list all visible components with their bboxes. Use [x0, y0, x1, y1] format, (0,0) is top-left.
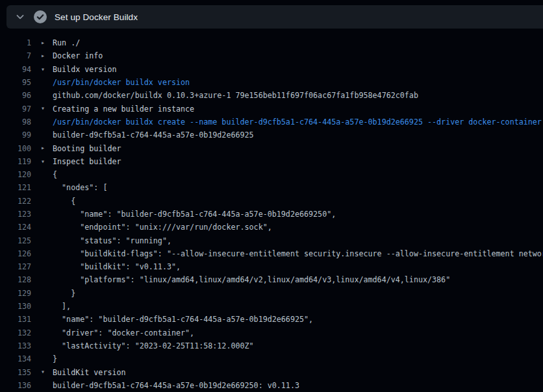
log-group-line[interactable]: 119 ▾ Inspect builder	[0, 155, 543, 168]
triangle-down-icon[interactable]: ▾	[41, 155, 53, 168]
line-number[interactable]: 124	[0, 223, 31, 232]
log-text: "buildkit": "v0.11.3",	[53, 262, 181, 271]
triangle-down-icon[interactable]: ▾	[41, 63, 53, 76]
line-number[interactable]: 134	[0, 354, 31, 363]
log-text: "nodes": [	[53, 183, 107, 192]
log-text: /usr/bin/docker buildx create --name bui…	[53, 117, 542, 127]
log-text: Docker info	[53, 51, 103, 60]
log-text: "driver": "docker-container",	[53, 328, 194, 337]
log-group-line[interactable]: 135 ▾ BuildKit version	[0, 365, 543, 378]
log-text: Creating a new builder instance	[53, 104, 194, 114]
line-number[interactable]: 125	[0, 236, 31, 245]
line-number[interactable]: 7	[0, 51, 31, 60]
triangle-right-icon[interactable]: ▸	[41, 141, 53, 154]
line-number[interactable]: 135	[0, 368, 31, 377]
log-text: Run ./	[53, 38, 80, 47]
log-line: 122 {	[0, 195, 543, 208]
log-line: 95 /usr/bin/docker buildx version	[0, 76, 543, 89]
log-line: 99 builder-d9cfb5a1-c764-445a-a57e-0b19d…	[0, 129, 543, 141]
log-line: 123 "name": "builder-d9cfb5a1-c764-445a-…	[0, 208, 543, 221]
log-viewer: 1 ▸ Run ./ 7 ▸ Docker info 94 ▾ Buildx v…	[0, 36, 543, 392]
log-text: {	[53, 197, 75, 206]
line-number[interactable]: 136	[0, 381, 31, 390]
log-line: 132 "driver": "docker-container",	[0, 326, 543, 339]
log-text: builder-d9cfb5a1-c764-445a-a57e-0b19d2e6…	[53, 381, 299, 390]
log-text: }	[53, 289, 75, 298]
log-line: 136 builder-d9cfb5a1-c764-445a-a57e-0b19…	[0, 379, 543, 392]
line-number[interactable]: 127	[0, 262, 31, 271]
triangle-right-icon[interactable]: ▸	[41, 49, 53, 62]
line-number[interactable]: 119	[0, 157, 31, 166]
log-text: }	[53, 354, 57, 363]
log-line: 121 "nodes": [	[0, 181, 543, 194]
log-text: github.com/docker/buildx 0.10.3+azure-1 …	[53, 91, 418, 100]
chevron-down-icon[interactable]	[15, 12, 25, 22]
triangle-down-icon[interactable]: ▾	[41, 365, 53, 378]
log-line: 134 }	[0, 352, 543, 365]
log-group-line[interactable]: 97 ▾ Creating a new builder instance	[0, 102, 543, 115]
line-number[interactable]: 98	[0, 117, 31, 127]
log-group-line[interactable]: 7 ▸ Docker info	[0, 49, 543, 62]
line-number[interactable]: 100	[0, 144, 31, 153]
line-number[interactable]: 128	[0, 275, 31, 284]
triangle-right-icon[interactable]: ▸	[41, 36, 53, 49]
line-number[interactable]: 95	[0, 78, 31, 87]
line-number[interactable]: 97	[0, 104, 31, 114]
log-line: 126 "buildkitd-flags": "--allow-insecure…	[0, 247, 543, 260]
line-number[interactable]: 131	[0, 315, 31, 324]
log-group-line[interactable]: 100 ▸ Booting builder	[0, 141, 543, 154]
line-number[interactable]: 121	[0, 183, 31, 192]
log-line: 125 "status": "running",	[0, 234, 543, 247]
log-text: "endpoint": "unix:///var/run/docker.sock…	[53, 223, 272, 232]
line-number[interactable]: 133	[0, 341, 31, 350]
line-number[interactable]: 123	[0, 210, 31, 219]
log-group-line[interactable]: 94 ▾ Buildx version	[0, 63, 543, 76]
log-text: Buildx version	[53, 65, 117, 74]
log-text: {	[53, 170, 57, 179]
log-text: "buildkitd-flags": "--allow-insecure-ent…	[53, 249, 543, 258]
log-text: ],	[53, 302, 71, 311]
line-number[interactable]: 1	[0, 38, 31, 47]
log-line: 120 {	[0, 168, 543, 181]
log-line: 130 ],	[0, 300, 543, 313]
line-number[interactable]: 120	[0, 170, 31, 179]
log-group-line[interactable]: 1 ▸ Run ./	[0, 36, 543, 49]
line-number[interactable]: 132	[0, 328, 31, 337]
line-number[interactable]: 130	[0, 302, 31, 311]
step-header[interactable]: Set up Docker Buildx	[6, 5, 543, 29]
log-text: "lastActivity": "2023-02-25T11:58:12.000…	[53, 341, 254, 350]
log-line: 128 "platforms": "linux/amd64,linux/amd6…	[0, 273, 543, 286]
log-line: 96 github.com/docker/buildx 0.10.3+azure…	[0, 89, 543, 102]
log-text: "name": "builder-d9cfb5a1-c764-445a-a57e…	[53, 315, 313, 324]
triangle-down-icon[interactable]: ▾	[41, 102, 53, 115]
line-number[interactable]: 94	[0, 65, 31, 74]
log-text: builder-d9cfb5a1-c764-445a-a57e-0b19d2e6…	[53, 130, 254, 140]
log-text: "status": "running",	[53, 236, 171, 245]
line-number[interactable]: 122	[0, 197, 31, 206]
log-line: 124 "endpoint": "unix:///var/run/docker.…	[0, 221, 543, 234]
log-text: Inspect builder	[53, 157, 121, 166]
log-text: BuildKit version	[53, 368, 126, 377]
log-text: "platforms": "linux/amd64,linux/amd64/v2…	[53, 275, 450, 284]
log-line: 131 "name": "builder-d9cfb5a1-c764-445a-…	[0, 313, 543, 326]
line-number[interactable]: 129	[0, 289, 31, 298]
log-line: 127 "buildkit": "v0.11.3",	[0, 260, 543, 273]
status-check-icon	[34, 10, 47, 23]
log-line: 129 }	[0, 287, 543, 300]
log-text: Booting builder	[53, 144, 121, 153]
log-text: "name": "builder-d9cfb5a1-c764-445a-a57e…	[53, 210, 336, 219]
log-text: /usr/bin/docker buildx version	[53, 78, 190, 87]
log-line: 98 /usr/bin/docker buildx create --name …	[0, 116, 543, 129]
line-number[interactable]: 96	[0, 91, 31, 100]
line-number[interactable]: 99	[0, 130, 31, 140]
log-line: 133 "lastActivity": "2023-02-25T11:58:12…	[0, 339, 543, 352]
line-number[interactable]: 126	[0, 249, 31, 258]
step-title: Set up Docker Buildx	[55, 12, 138, 22]
